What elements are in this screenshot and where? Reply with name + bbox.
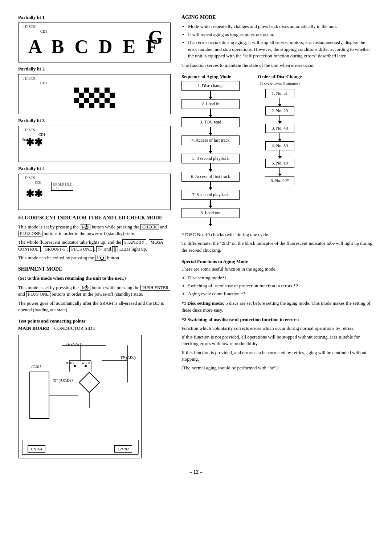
flow-step-3: 3. TOC read — [181, 117, 240, 127]
checkerboard-pattern — [74, 88, 115, 108]
special-bullet-3: Aging cycle count function *3 — [188, 291, 374, 297]
fluorescent-para1: This mode is set by pressing the I/⏻ but… — [18, 224, 171, 237]
sequence-order-section: Sequence of Aging Mode 1. Disc change2. … — [181, 74, 374, 226]
special-heading: Special Functions in Aging Mode — [181, 259, 374, 264]
sequence-section: Sequence of Aging Mode 1. Disc change2. … — [181, 74, 240, 226]
order-step-6: 6. No. 40* — [265, 176, 294, 185]
indicator-box-4: 1 DISCS CD1 GROUP FILE 1 ✱✱ — [18, 174, 171, 210]
big-letters: A B C D E F — [22, 36, 167, 57]
g-letter: G — [148, 27, 163, 48]
circuit-diagram: TP (GND) R505 R504 TP (ADJ) TP (AFADJ) I… — [18, 335, 142, 458]
flow-final-arrow — [209, 218, 212, 226]
order-step-2: 2. No. 20 — [265, 106, 294, 116]
order-step-4: 4. No. 30 — [265, 141, 294, 150]
group-file-number: 1 — [56, 186, 58, 190]
flow-arrow-3 — [209, 127, 212, 135]
discs-label-4: 1 DISCS — [22, 176, 35, 180]
aging-bullet-2: It will repeat aging as long as no error… — [188, 31, 374, 38]
shipment-para2: The power goes off automatically after t… — [18, 300, 171, 313]
note1: *1 Disc setting mode: 5 discs are set be… — [181, 300, 374, 313]
discs-label-1: 1 DISCS — [22, 25, 35, 29]
power-key2: I/⏻ — [95, 255, 106, 261]
note2-text2: If this function is not provided, all op… — [181, 334, 374, 347]
standby-key: STANDBY — [122, 239, 146, 245]
plus-one-key: PLUS ONE — [18, 231, 42, 236]
asterisk-4: ✱✱ — [22, 188, 167, 200]
indicator-box-1: 1 DISCS CD1 G A B C D E F — [18, 23, 171, 62]
special-functions-section: Special Functions in Aging Mode There ar… — [181, 259, 374, 297]
partially-lit-3-label: Partially lit 3 — [18, 118, 171, 123]
flowchart: 1. Disc change2. Load in3. TOC read4. Ac… — [181, 81, 240, 226]
check-key: CHECK — [140, 224, 159, 230]
cd1-label-2: CD1 — [40, 81, 47, 85]
group-file-box: GROUP FILE 1 — [51, 182, 73, 191]
cd1-label-4: CD1 — [35, 181, 42, 185]
group-key: GROUP1-5 — [43, 246, 67, 252]
flow-step-2: 2. Load in — [181, 99, 240, 109]
second-label: 2nd — [22, 138, 28, 142]
power-key: I/⏻ — [80, 224, 90, 230]
test-points-heading: Test points and connecting points: — [18, 318, 171, 324]
note2-text4: (The normal aging should be performed wi… — [181, 365, 374, 371]
aging-bullet-1: Mode which repeatedly changes and plays … — [188, 23, 374, 30]
flow-step-5: 5. 3 second playback — [181, 154, 240, 163]
note1-section: *1 Disc setting mode: 5 discs are set be… — [181, 300, 374, 313]
fluorescent-para2: The whole fluorescent indicator tube lig… — [18, 239, 171, 252]
aging-bullet-4: The function serves to maintain the stat… — [181, 62, 374, 69]
flow-arrow-5 — [209, 163, 212, 172]
shipment-sub: (Set to this mode when returning the uni… — [18, 275, 171, 281]
flow-arrow-2 — [209, 109, 212, 117]
order-heading: Order of Disc Change — [258, 74, 302, 80]
group-file-text: GROUP FILE — [53, 183, 72, 186]
flow-step-4: 4. Access of last track — [181, 135, 240, 145]
special-bullet-2: Switching of use/disuse of protection fu… — [188, 283, 374, 289]
special-intro: There are some useful function in the ag… — [181, 266, 374, 272]
partially-lit-1-label: Partially lit 1 — [18, 15, 171, 20]
order-arrow-3 — [278, 133, 282, 141]
special-bullet-1: Disc setting mode*1 — [188, 275, 374, 281]
flow-arrow-6 — [209, 182, 212, 190]
special-bullets: Disc setting mode*1 Switching of use/dis… — [188, 275, 374, 297]
order-step-1: 1. No. 51 — [265, 89, 294, 98]
right-column: AGING MODE Mode which repeatedly changes… — [181, 15, 374, 462]
sequence-heading: Sequence of Aging Mode — [181, 74, 240, 80]
flow-step-6: 6. Access of first track — [181, 172, 240, 182]
play-key: ▷ — [96, 246, 103, 252]
order-arrow-2 — [278, 116, 282, 124]
plus-one-key2: PLUS ONE — [69, 246, 94, 252]
svg-point-4 — [85, 365, 87, 367]
disc-note: * DISC No. 40 chucks twice during one cy… — [181, 231, 374, 238]
fluorescent-para3: This mode can be exited by pressing the … — [18, 255, 171, 261]
order-arrow-4 — [278, 150, 282, 159]
note2-heading: *2 Switching of use/disuse of protection… — [181, 316, 374, 323]
flow-arrow-1 — [209, 91, 212, 99]
partially-lit-4-label: Partially lit 4 — [18, 166, 171, 171]
pause-key: ‖ — [112, 246, 118, 252]
flow-step-8: 8. Load out — [181, 208, 240, 218]
asterisk-3: ✱✱ — [22, 136, 167, 148]
cd1-label-3: CD1 — [38, 133, 45, 137]
note2-text1: Function which voluntarily corrects erro… — [181, 325, 374, 332]
fluo-note: To differentiate, the "2nd" on the block… — [181, 240, 374, 253]
flow-step-1: 1. Disc change — [181, 81, 240, 91]
bottom-lines — [19, 436, 141, 458]
fluorescent-heading: FLUORESCENT INDICATOR TUBE AND LED CHECK… — [18, 215, 171, 221]
left-column: Partially lit 1 1 DISCS CD1 G A B C D E … — [18, 15, 171, 462]
flow-step-7: 7. 3 second playback — [181, 190, 240, 200]
main-board-label: MAIN BOARD — [18, 325, 49, 331]
order-step-3: 3. No. 40 — [265, 124, 294, 133]
order-arrow-1 — [278, 98, 282, 106]
note2-text3: If this function is provided, and errors… — [181, 349, 374, 362]
cycle-note: (1 cycle takes 3 minutes) — [258, 81, 302, 85]
disc-note-section: * DISC No. 40 chucks twice during one cy… — [181, 231, 374, 254]
discs-label-2: 1 DISCS — [22, 76, 35, 80]
svg-point-3 — [74, 365, 76, 367]
order-col: 1. No. 512. No. 203. No. 404. No. 305. N… — [258, 89, 302, 185]
discs-label-3: 1 DISCS — [22, 128, 35, 132]
push-enter-key: PUSH ENTER — [140, 285, 170, 291]
flow-arrow-4 — [209, 145, 212, 154]
plus-one-key3: PLUS ONE — [26, 291, 50, 297]
aging-bullet-3: If an error occurs during aging, it will… — [188, 39, 374, 59]
aging-bullets: Mode which repeatedly changes and plays … — [188, 23, 374, 59]
order-step-5: 5. No. 10 — [265, 159, 294, 168]
